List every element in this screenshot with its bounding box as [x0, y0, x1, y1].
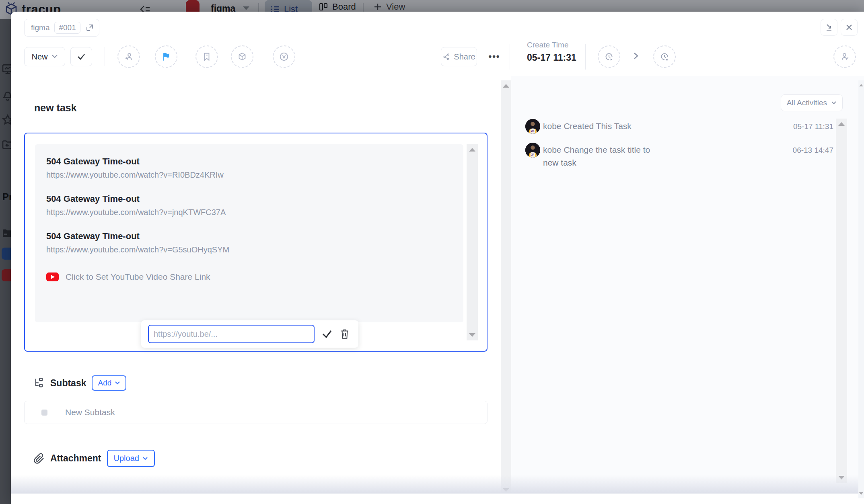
scroll-down-arrow[interactable] — [469, 333, 475, 337]
youtube-link-input[interactable] — [148, 325, 315, 343]
activity-time: 05-17 11:31 — [793, 122, 833, 131]
create-time-label: Create Time — [527, 41, 576, 49]
task-toolbar: New — [11, 38, 864, 75]
start-time-button[interactable] — [598, 45, 620, 68]
screen: tracup figma List Board View — [0, 0, 864, 504]
scroll-up-arrow[interactable] — [469, 148, 475, 152]
activity-entry-text: kobe Change the task title to — [543, 145, 650, 155]
tag-button[interactable] — [195, 45, 218, 68]
more-actions-button[interactable]: ••• — [484, 47, 505, 66]
watcher-button[interactable] — [833, 45, 856, 68]
youtube-cta-label: Click to Set YouTube Video Share Link — [66, 272, 210, 282]
bookmark-tag-icon — [202, 52, 212, 61]
confirm-check-icon — [321, 329, 333, 339]
upload-button[interactable]: Upload — [107, 450, 155, 467]
activity-user: kobe — [543, 121, 562, 131]
link-url: https://www.youtube.com/watch?v=G5suOHyq… — [46, 245, 463, 254]
create-time-value: 05-17 11:31 — [527, 52, 576, 63]
task-title[interactable]: new task — [34, 102, 77, 114]
breadcrumb-project[interactable]: figma — [31, 23, 49, 32]
scroll-up-arrow[interactable] — [503, 84, 509, 88]
tab-add-view[interactable]: View — [373, 2, 405, 12]
scroll-up-arrow[interactable] — [859, 84, 863, 86]
board-icon — [319, 2, 328, 12]
toolbar-divider — [105, 47, 105, 66]
trash-icon — [339, 328, 350, 340]
activity-filter-label: All Activities — [787, 98, 827, 107]
toolbar-divider — [510, 44, 510, 70]
scroll-up-arrow[interactable] — [838, 122, 845, 126]
page-scrollbar[interactable] — [858, 80, 864, 498]
delete-link-button[interactable] — [339, 328, 350, 340]
link-url: https://www.youtube.com/watch?v=RI0BDz4K… — [46, 170, 463, 180]
youtube-link-input-popup — [141, 320, 358, 348]
minimize-button[interactable] — [821, 19, 837, 36]
share-label: Share — [454, 52, 475, 61]
toolbar-divider — [585, 44, 586, 70]
avatar: 24 — [525, 143, 540, 158]
start-time-clock-icon — [604, 51, 614, 62]
youtube-links-block: 504 Gateway Time-out https://www.youtube… — [35, 144, 463, 322]
status-new-button[interactable]: New — [24, 47, 65, 66]
due-time-button[interactable] — [653, 45, 676, 68]
assignee-button[interactable] — [117, 45, 140, 68]
tab-board[interactable]: Board — [319, 2, 356, 12]
activity-filter-dropdown[interactable]: All Activities — [781, 94, 843, 111]
new-subtask-row[interactable]: New Subtask — [24, 401, 488, 424]
subtask-tree-icon — [33, 377, 45, 389]
description-scrollbar[interactable] — [467, 144, 478, 340]
create-time-block: Create Time 05-17 11:31 — [527, 41, 576, 63]
activity-action: Created This Task — [564, 121, 631, 131]
close-button[interactable] — [841, 19, 858, 36]
scroll-down-arrow[interactable] — [859, 492, 863, 495]
chevron-down-icon — [831, 101, 837, 105]
task-detail-modal: figma #001 New — [11, 12, 864, 504]
add-subtask-button[interactable]: Add — [92, 375, 126, 391]
subtask-section-header: Subtask Add — [33, 375, 126, 391]
time-range-arrow-icon — [632, 51, 640, 62]
close-icon — [845, 23, 853, 31]
set-youtube-link-button[interactable]: Click to Set YouTube Video Share Link — [46, 272, 463, 282]
new-subtask-placeholder: New Subtask — [65, 408, 115, 417]
activity-panel: All Activities 24 kobe Created This Task… — [511, 76, 864, 504]
share-button[interactable]: Share — [441, 47, 477, 66]
breadcrumb: figma #001 — [24, 19, 99, 37]
open-fullscreen-icon[interactable] — [85, 23, 94, 32]
dependency-button[interactable] — [231, 45, 253, 68]
scroll-down-arrow[interactable] — [838, 476, 845, 479]
version-circle-icon — [279, 51, 289, 62]
status-label: New — [31, 52, 47, 61]
youtube-link-entry[interactable]: 504 Gateway Time-out https://www.youtube… — [46, 194, 463, 217]
avatar: 24 — [525, 119, 540, 134]
tab-board-label: Board — [332, 2, 356, 12]
minimize-icon — [825, 23, 833, 31]
tab-view-label: View — [386, 2, 405, 12]
youtube-link-entry[interactable]: 504 Gateway Time-out https://www.youtube… — [46, 156, 463, 180]
plus-icon — [373, 2, 382, 11]
share-icon — [442, 53, 450, 61]
svg-text:24: 24 — [531, 153, 535, 156]
scroll-down-arrow[interactable] — [503, 488, 509, 492]
subtask-checkbox[interactable] — [41, 410, 47, 416]
priority-button[interactable] — [155, 45, 177, 68]
youtube-link-entry[interactable]: 504 Gateway Time-out https://www.youtube… — [46, 231, 463, 254]
confirm-link-button[interactable] — [321, 329, 333, 339]
link-url: https://www.youtube.com/watch?v=jnqKTWFC… — [46, 208, 463, 217]
complete-task-button[interactable] — [70, 47, 92, 66]
task-id-badge[interactable]: #001 — [54, 22, 80, 34]
upload-label: Upload — [114, 454, 139, 463]
add-subtask-label: Add — [98, 379, 111, 387]
activity-entry-text: kobe Created This Task — [543, 121, 632, 131]
chevron-down-icon — [115, 381, 120, 385]
link-title: 504 Gateway Time-out — [46, 156, 463, 167]
svg-text:24: 24 — [531, 129, 535, 133]
version-button[interactable] — [273, 45, 295, 68]
project-caret-icon[interactable] — [243, 6, 249, 10]
modal-scrollbar[interactable] — [501, 80, 511, 496]
description-editor: 504 Gateway Time-out https://www.youtube… — [24, 133, 488, 352]
watcher-person-check-icon — [839, 51, 850, 62]
subtask-title: Subtask — [50, 378, 86, 389]
attachment-title: Attachment — [50, 453, 101, 464]
activity-scrollbar[interactable] — [836, 119, 847, 483]
activity-time: 06-13 14:47 — [793, 146, 833, 155]
